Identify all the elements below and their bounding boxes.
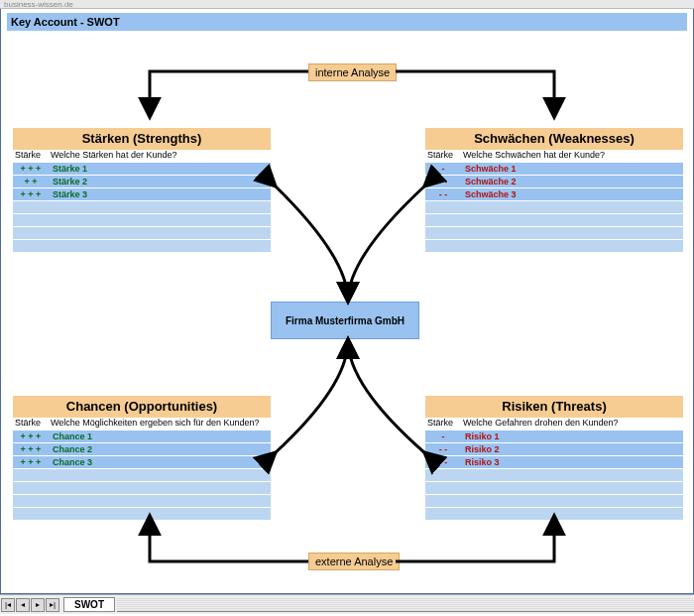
quadrant-subheader: StärkeWelche Stärken hat der Kunde? bbox=[13, 150, 271, 163]
quadrant-subheader: StärkeWelche Möglichkeiten ergeben sich … bbox=[13, 418, 271, 431]
swot-item-row: + + +Chance 3 bbox=[13, 456, 271, 469]
quadrant-header: Schwächen (Weaknesses) bbox=[425, 128, 683, 150]
nav-last-button[interactable]: ▸| bbox=[46, 598, 59, 612]
swot-item-row-empty bbox=[13, 482, 271, 495]
swot-item-row: - -Risiko 3 bbox=[425, 456, 683, 469]
page-title: Key Account - SWOT bbox=[7, 13, 687, 31]
quadrant-header: Stärken (Strengths) bbox=[13, 128, 271, 150]
swot-item-row-empty bbox=[425, 227, 683, 240]
swot-item-row: - -Schwäche 2 bbox=[425, 176, 683, 188]
swot-item-row: -Risiko 1 bbox=[425, 431, 683, 443]
swot-canvas: Key Account - SWOT interne Analyse exter… bbox=[0, 9, 694, 594]
label-internal-analysis: interne Analyse bbox=[308, 63, 397, 81]
swot-item-row-empty bbox=[425, 214, 683, 227]
swot-item-row: + + +Chance 2 bbox=[13, 443, 271, 456]
swot-item-row-empty bbox=[13, 469, 271, 482]
sheet-tab-bar: |◂ ◂ ▸ ▸| SWOT bbox=[0, 594, 694, 614]
quadrant-weaknesses: Schwächen (Weaknesses)StärkeWelche Schwä… bbox=[425, 128, 683, 253]
swot-item-row-empty bbox=[425, 495, 683, 508]
center-company-box: Firma Musterfirma GmbH bbox=[271, 302, 419, 339]
swot-item-row: + + +Stärke 1 bbox=[13, 163, 271, 176]
nav-next-button[interactable]: ▸ bbox=[31, 598, 45, 612]
swot-item-row-empty bbox=[425, 201, 683, 214]
swot-item-row-empty bbox=[13, 201, 271, 214]
swot-item-row-empty bbox=[13, 240, 271, 253]
quadrant-strengths: Stärken (Strengths)StärkeWelche Stärken … bbox=[13, 128, 271, 253]
swot-item-row-empty bbox=[425, 469, 683, 482]
quadrant-opportunities: Chancen (Opportunities)StärkeWelche Mögl… bbox=[13, 396, 271, 521]
nav-prev-button[interactable]: ◂ bbox=[16, 598, 30, 612]
swot-item-row: - -Risiko 2 bbox=[425, 443, 683, 456]
label-external-analysis: externe Analyse bbox=[308, 553, 400, 570]
quadrant-header: Chancen (Opportunities) bbox=[13, 396, 271, 418]
quadrant-threats: Risiken (Threats)StärkeWelche Gefahren d… bbox=[425, 396, 683, 521]
swot-item-row: - -Schwäche 3 bbox=[425, 188, 683, 201]
swot-item-row: + +Stärke 2 bbox=[13, 176, 271, 188]
swot-item-row-empty bbox=[13, 214, 271, 227]
quadrant-subheader: StärkeWelche Schwächen hat der Kunde? bbox=[425, 150, 683, 163]
swot-item-row-empty bbox=[13, 495, 271, 508]
swot-item-row-empty bbox=[425, 508, 683, 521]
quadrant-header: Risiken (Threats) bbox=[425, 396, 683, 418]
swot-item-row: + + +Stärke 3 bbox=[13, 188, 271, 201]
swot-item-row-empty bbox=[425, 482, 683, 495]
nav-first-button[interactable]: |◂ bbox=[1, 598, 15, 612]
quadrant-subheader: StärkeWelche Gefahren drohen den Kunden? bbox=[425, 418, 683, 431]
sheet-tab-swot[interactable]: SWOT bbox=[63, 597, 115, 612]
swot-item-row-empty bbox=[13, 508, 271, 521]
browser-address-fragment: business-wissen.de bbox=[0, 0, 694, 9]
swot-item-row-empty bbox=[13, 227, 271, 240]
swot-item-row: + + +Chance 1 bbox=[13, 431, 271, 443]
sheet-tab-gutter bbox=[117, 598, 694, 612]
swot-item-row: -Schwäche 1 bbox=[425, 163, 683, 176]
swot-item-row-empty bbox=[425, 240, 683, 253]
